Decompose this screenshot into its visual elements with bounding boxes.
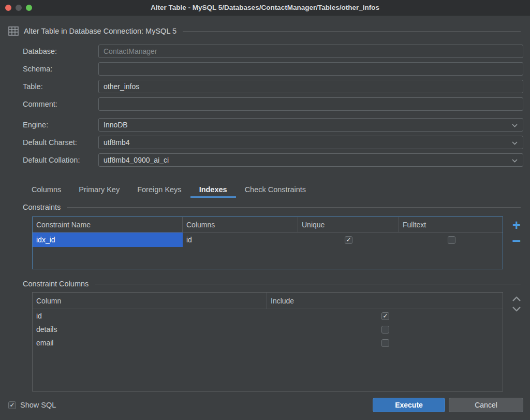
column-header-columns[interactable]: Columns [183, 217, 298, 232]
table-properties-form: Database: ContactManager Schema: Table: … [0, 45, 530, 171]
charset-label: Default Charset: [23, 138, 98, 147]
database-label: Database: [23, 47, 98, 55]
collation-label: Default Collation: [23, 156, 98, 164]
constraint-row-idx-id[interactable]: idx_id id [33, 233, 503, 247]
constraint-column-row-id[interactable]: id [33, 309, 503, 323]
form-row-schema: Schema: [23, 62, 523, 76]
constraints-section-title: Constraints [23, 203, 61, 211]
charset-select[interactable]: utf8mb4 [98, 136, 523, 149]
constraint-columns-cell[interactable]: id [183, 233, 298, 247]
titlebar: Alter Table - MySQL 5/Databases/ContactM… [0, 0, 530, 16]
dialog-header-title: Alter Table in Database Connection: MySQ… [24, 27, 176, 35]
tab-primary-key[interactable]: Primary Key [70, 181, 128, 198]
constraint-columns-divider [95, 284, 521, 284]
comment-label: Comment: [23, 100, 98, 108]
include-checkbox-email[interactable] [381, 339, 389, 347]
close-icon[interactable] [5, 5, 11, 11]
tab-bar: Columns Primary Key Foreign Keys Indexes… [23, 181, 530, 198]
schema-field[interactable] [98, 62, 523, 76]
column-header-constraint-name[interactable]: Constraint Name [33, 217, 183, 232]
show-sql-toggle[interactable]: Show SQL [8, 401, 56, 409]
engine-value: InnoDB [104, 121, 128, 129]
fulltext-checkbox[interactable] [448, 236, 455, 244]
engine-select[interactable]: InnoDB [98, 118, 523, 132]
constraints-divider [67, 207, 521, 208]
tab-indexes[interactable]: Indexes [190, 181, 236, 198]
include-cell [267, 336, 504, 350]
tab-columns[interactable]: Columns [23, 181, 70, 198]
database-field[interactable]: ContactManager [98, 45, 523, 58]
constraints-section-header: Constraints [0, 201, 530, 213]
collation-value: utf8mb4_0900_ai_ci [104, 156, 169, 164]
chevron-down-icon [512, 141, 518, 145]
constraints-toolbar: + − [503, 216, 530, 269]
move-up-button[interactable] [511, 294, 522, 304]
constraint-columns-section-title: Constraint Columns [23, 280, 89, 288]
constraints-table-header: Constraint Name Columns Unique Fulltext [33, 217, 503, 233]
constraints-table-empty-area [33, 247, 503, 269]
show-sql-checkbox[interactable] [8, 401, 16, 409]
move-down-button[interactable] [511, 304, 522, 314]
constraints-table-zone: Constraint Name Columns Unique Fulltext … [32, 216, 530, 269]
minimize-icon[interactable] [16, 5, 22, 11]
include-cell [267, 309, 504, 323]
traffic-lights [5, 5, 32, 11]
zoom-icon[interactable] [26, 5, 32, 11]
table-label: Table: [23, 82, 98, 91]
constraint-column-row-details[interactable]: details [33, 323, 503, 336]
comment-field[interactable] [98, 97, 523, 111]
form-row-charset: Default Charset: utf8mb4 [23, 136, 523, 149]
constraint-name-cell[interactable]: idx_id [33, 233, 183, 247]
remove-constraint-button[interactable]: − [512, 234, 521, 249]
column-header-unique[interactable]: Unique [298, 217, 399, 232]
column-header-include[interactable]: Include [267, 293, 504, 309]
execute-button[interactable]: Execute [373, 398, 445, 412]
table-name-value: other_infos [104, 82, 139, 91]
constraint-columns-table-zone: Column Include id details email [32, 292, 530, 392]
constraint-columns-table-empty-area [33, 350, 503, 391]
form-row-database: Database: ContactManager [23, 45, 523, 58]
add-constraint-button[interactable]: + [512, 219, 521, 233]
constraint-columns-table-header: Column Include [33, 293, 503, 309]
constraint-column-row-email[interactable]: email [33, 336, 503, 350]
form-row-comment: Comment: [23, 97, 523, 111]
table-icon [8, 26, 19, 36]
column-header-fulltext[interactable]: Fulltext [399, 217, 504, 232]
cancel-button[interactable]: Cancel [449, 398, 523, 412]
constraint-unique-cell [298, 233, 399, 247]
unique-checkbox[interactable] [345, 236, 352, 244]
column-name-cell[interactable]: email [33, 336, 267, 350]
constraint-columns-section-header: Constraint Columns [0, 278, 530, 290]
collation-select[interactable]: utf8mb4_0900_ai_ci [98, 153, 523, 167]
schema-label: Schema: [23, 65, 98, 73]
engine-label: Engine: [23, 121, 98, 129]
form-row-engine: Engine: InnoDB [23, 118, 523, 132]
charset-value: utf8mb4 [104, 138, 130, 147]
chevron-down-icon [512, 124, 518, 127]
reorder-toolbar [503, 292, 530, 392]
constraints-table: Constraint Name Columns Unique Fulltext … [32, 216, 503, 269]
tab-check-constraints[interactable]: Check Constraints [236, 181, 315, 198]
dialog-body: Alter Table in Database Connection: MySQ… [0, 16, 530, 420]
include-checkbox-details[interactable] [381, 326, 389, 334]
dialog-footer: Show SQL Execute Cancel [0, 398, 530, 420]
show-sql-label: Show SQL [20, 401, 56, 409]
alter-table-dialog: Alter Table - MySQL 5/Databases/ContactM… [0, 0, 530, 420]
form-row-table: Table: other_infos [23, 80, 523, 93]
column-header-column[interactable]: Column [33, 293, 267, 309]
tab-foreign-keys[interactable]: Foreign Keys [128, 181, 190, 198]
include-cell [267, 323, 504, 336]
chevron-down-icon [512, 159, 518, 163]
column-name-cell[interactable]: id [33, 309, 267, 323]
window-title: Alter Table - MySQL 5/Databases/ContactM… [0, 4, 530, 11]
table-name-field[interactable]: other_infos [98, 80, 523, 93]
include-checkbox-id[interactable] [381, 312, 389, 320]
dialog-header: Alter Table in Database Connection: MySQ… [0, 25, 530, 37]
form-row-collation: Default Collation: utf8mb4_0900_ai_ci [23, 153, 523, 167]
header-divider [183, 31, 521, 32]
database-value: ContactManager [104, 47, 157, 55]
constraint-columns-table: Column Include id details email [32, 292, 503, 392]
constraint-fulltext-cell [399, 233, 504, 247]
column-name-cell[interactable]: details [33, 323, 267, 336]
